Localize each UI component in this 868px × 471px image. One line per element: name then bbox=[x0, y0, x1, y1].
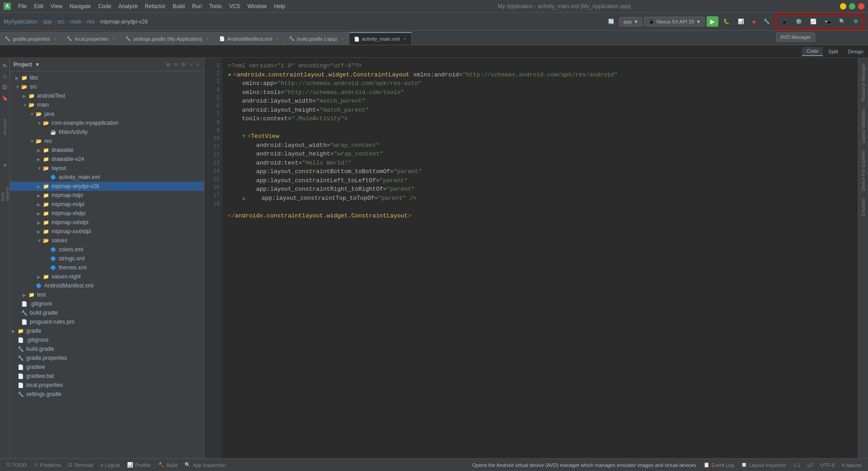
profile-button[interactable]: 📊 bbox=[735, 17, 747, 26]
line-separator[interactable]: LF bbox=[805, 462, 816, 468]
device-file-explorer-panel-label[interactable]: Device File Explorer bbox=[860, 149, 867, 193]
tree-item-colors-xml[interactable]: ▶ 🔷 colors.xml bbox=[10, 245, 204, 254]
app-selector[interactable]: app ▼ bbox=[619, 17, 642, 26]
menu-window[interactable]: Window bbox=[244, 2, 270, 10]
todo-button[interactable]: ☑ TODO bbox=[4, 461, 29, 469]
view-tab-design[interactable]: Design bbox=[844, 47, 868, 56]
tree-item-layout[interactable]: ▼ 📂 layout bbox=[10, 164, 204, 173]
device-manager-button[interactable]: 📲 bbox=[821, 17, 834, 26]
panel-sync-btn[interactable]: ⊕ bbox=[165, 61, 171, 69]
breadcrumb-src[interactable]: src bbox=[57, 19, 65, 25]
tree-item-mainactivity[interactable]: ▶ ☕ MainActivity bbox=[10, 127, 204, 137]
settings-button[interactable]: ⚙ bbox=[850, 17, 861, 26]
tree-item-package[interactable]: ▼ 📂 com.example.myapplication bbox=[10, 118, 204, 127]
tree-item-androidmanifest-xml[interactable]: ▶ 🔷 AndroidManifest.xml bbox=[10, 281, 204, 290]
tree-item-drawable-v24[interactable]: ▶ 📁 drawable-v24 bbox=[10, 155, 204, 164]
tree-item-activity-main-xml[interactable]: ▶ 🔷 activity_main.xml bbox=[10, 173, 204, 182]
tree-item-mipmap-xhdpi[interactable]: ▶ 📁 mipmap-xhdpi bbox=[10, 209, 204, 218]
tab-build-gradle[interactable]: 🔧 build.gradle (:app) × bbox=[284, 32, 349, 45]
sdk-manager-button[interactable]: ⚙️ bbox=[793, 17, 805, 26]
search-everywhere-button[interactable]: 🔍 bbox=[836, 17, 849, 26]
menu-code[interactable]: Code bbox=[94, 2, 115, 10]
menu-run[interactable]: Run bbox=[189, 2, 206, 10]
tree-item-values-night[interactable]: ▶ 📁 values-night bbox=[10, 272, 204, 281]
tree-item-gitignore-root[interactable]: ▶ 📄 .gitignore bbox=[10, 335, 204, 344]
panel-minimize-btn[interactable]: × bbox=[195, 61, 200, 69]
code-editor[interactable]: 12345 678910 1112131415 161718 <?xml ver… bbox=[204, 58, 858, 458]
view-tab-code[interactable]: Code bbox=[802, 47, 823, 56]
emulator-panel-label[interactable]: Emulator bbox=[860, 197, 867, 218]
favorites-icon[interactable]: ★ bbox=[1, 161, 9, 169]
tree-item-gradlew-bat[interactable]: ▶ 📄 gradlew.bat bbox=[10, 372, 204, 381]
stop-button[interactable]: ■ bbox=[749, 17, 759, 26]
view-tab-split[interactable]: Split bbox=[824, 47, 842, 56]
tree-item-local-properties[interactable]: ▶ 📄 local.properties bbox=[10, 381, 204, 390]
menu-analyze[interactable]: Analyze bbox=[115, 2, 142, 10]
terminal-button[interactable]: ⊡ Terminal bbox=[66, 462, 96, 468]
tree-item-build-gradle-inner[interactable]: ▶ 🔧 build.gradle bbox=[10, 308, 204, 317]
tree-item-gradlew[interactable]: ▶ 📄 gradlew bbox=[10, 363, 204, 372]
app-inspection-button[interactable]: 🔍 App Inspection bbox=[182, 462, 228, 468]
run-button[interactable]: ▶ bbox=[707, 16, 718, 27]
tab-gradle-properties-close[interactable]: × bbox=[53, 36, 57, 42]
breadcrumb-myapplication[interactable]: MyApplication bbox=[4, 19, 38, 25]
tree-item-mipmap-xxxhdpi[interactable]: ▶ 📁 mipmap-xxxhdpi bbox=[10, 227, 204, 236]
debug-button[interactable]: 🐛 bbox=[720, 17, 733, 26]
tab-gradle-properties[interactable]: 🔧 gradle.properties × bbox=[0, 32, 62, 45]
tree-item-mipmap-mdpi[interactable]: ▶ 📁 mipmap-mdpi bbox=[10, 200, 204, 209]
panel-settings-btn[interactable]: ⚙ bbox=[180, 61, 187, 69]
tree-item-res[interactable]: ▼ 📂 res bbox=[10, 137, 204, 146]
tree-item-values[interactable]: ▼ 📂 values bbox=[10, 236, 204, 245]
tree-item-mipmap-hdpi[interactable]: ▶ 📁 mipmap-hdpi bbox=[10, 191, 204, 200]
tree-item-test[interactable]: ▶ 📁 test bbox=[10, 290, 204, 299]
sync-button[interactable]: 🔄 bbox=[605, 17, 618, 26]
tree-item-java[interactable]: ▼ 📂 java bbox=[10, 109, 204, 118]
encoding-indicator[interactable]: UTF-8 bbox=[818, 462, 837, 468]
profiler-toolbar-button[interactable]: 📈 bbox=[807, 17, 820, 26]
tree-item-themes-xml[interactable]: ▶ 🔷 themes.xml bbox=[10, 263, 204, 272]
tree-item-build-gradle-root[interactable]: ▶ 🔧 build.gradle bbox=[10, 344, 204, 353]
layout-inspector-button[interactable]: 🔲 Layout Inspector bbox=[738, 462, 788, 468]
tree-item-proguard[interactable]: ▶ 📄 proguard-rules.pro bbox=[10, 317, 204, 326]
commit-icon[interactable]: ⊙ bbox=[1, 72, 9, 80]
breadcrumb-app[interactable]: app bbox=[43, 19, 52, 25]
build-button[interactable]: 🔨 Build bbox=[156, 462, 180, 468]
tree-item-strings-xml[interactable]: ▶ 🔷 strings.xml bbox=[10, 254, 204, 263]
breadcrumb-res[interactable]: res bbox=[87, 19, 95, 25]
tab-activity-main[interactable]: 📄 activity_main.xml × bbox=[349, 32, 412, 45]
tree-item-mipmap-anydpi[interactable]: ▶ 📁 mipmap-anydpi-v26 bbox=[10, 182, 204, 191]
tree-item-main[interactable]: ▼ 📂 main bbox=[10, 100, 204, 109]
tab-local-properties[interactable]: 🔧 local.properties × bbox=[62, 32, 120, 45]
resource-manager-panel-label[interactable]: Resource Manager bbox=[860, 61, 867, 104]
breadcrumb-main[interactable]: main bbox=[70, 19, 82, 25]
tab-android-manifest[interactable]: 📄 AndroidManifest.xml × bbox=[215, 32, 285, 45]
event-log-button[interactable]: 📋 Event Log bbox=[701, 462, 737, 468]
minimize-button[interactable] bbox=[840, 3, 846, 9]
indent-indicator[interactable]: 4 spaces bbox=[839, 462, 864, 468]
structure-icon[interactable]: Structure bbox=[1, 123, 9, 131]
tab-build-close[interactable]: × bbox=[340, 36, 344, 42]
tree-item-gitignore-inner[interactable]: ▶ 📄 .gitignore bbox=[10, 299, 204, 308]
menu-file[interactable]: File bbox=[14, 2, 30, 10]
menu-vcs[interactable]: VCS bbox=[226, 2, 244, 10]
tab-manifest-close[interactable]: × bbox=[275, 36, 279, 42]
code-content[interactable]: <?xml version="1.0" encoding="utf-8"?> ●… bbox=[222, 58, 858, 458]
sync-gradle-button[interactable]: 🔧 bbox=[760, 17, 773, 26]
panel-collapse-btn[interactable]: ≡ bbox=[173, 61, 178, 69]
tab-local-properties-close[interactable]: × bbox=[111, 36, 116, 42]
tree-item-src[interactable]: ▼ 📂 src bbox=[10, 82, 204, 91]
tree-item-mipmap-xxhdpi[interactable]: ▶ 📁 mipmap-xxhdpi bbox=[10, 218, 204, 227]
build-variants-icon[interactable]: Build Variants bbox=[1, 190, 9, 198]
close-button[interactable] bbox=[858, 3, 864, 9]
avd-manager-button[interactable]: 📱 bbox=[778, 17, 791, 26]
maximize-button[interactable] bbox=[849, 3, 855, 9]
layout-validation-panel-label[interactable]: Layout Validation bbox=[860, 107, 867, 145]
tree-item-gradle-folder[interactable]: ▶ 📁 gradle bbox=[10, 326, 204, 335]
menu-build[interactable]: Build bbox=[169, 2, 189, 10]
tab-activity-close[interactable]: × bbox=[402, 36, 407, 42]
logcat-button[interactable]: ≡ Logcat bbox=[98, 462, 123, 468]
emulator-selector[interactable]: 📱 Nexus 5X API 29 ▼ bbox=[644, 17, 705, 26]
problems-button[interactable]: ⚠ Problems bbox=[31, 462, 64, 468]
tab-settings-gradle[interactable]: 🔧 settings.gradle (My Application) × bbox=[121, 32, 215, 45]
file-tree[interactable]: ▶ 📁 libs ▼ 📂 src ▶ 📁 androidTest ▼ 📂 ma bbox=[10, 71, 204, 458]
